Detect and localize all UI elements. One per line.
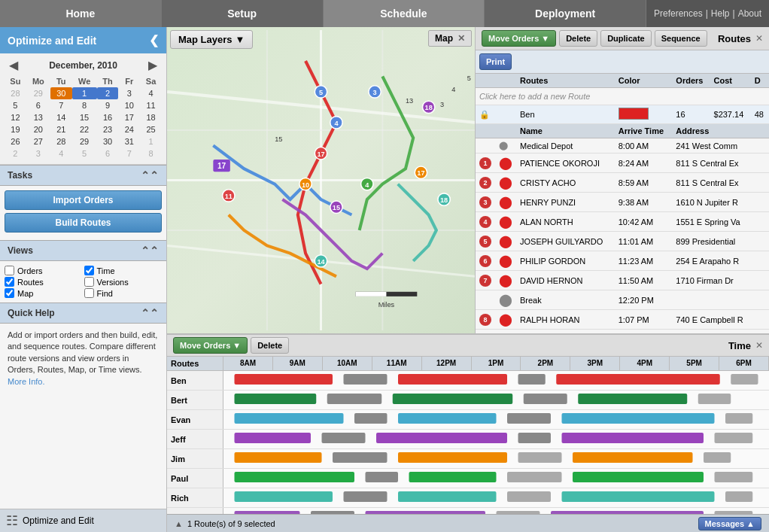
cal-day[interactable]: 28 xyxy=(50,135,72,147)
sidebar-collapse-btn[interactable]: ❮ xyxy=(149,33,159,47)
cal-day[interactable]: 10 xyxy=(118,99,140,111)
cal-day[interactable]: 6 xyxy=(26,99,50,111)
cal-day[interactable]: 29 xyxy=(26,87,50,99)
sidebar-bottom-bar[interactable]: ☷ Optimize and Edit xyxy=(0,509,166,532)
cal-day[interactable]: 31 xyxy=(118,135,140,147)
cal-day[interactable]: 5 xyxy=(5,99,26,111)
cal-day[interactable]: 4 xyxy=(50,147,72,160)
order-row-6[interactable]: 6 ⬤ PHILIP GORDON 11:23 AM 254 E Arapaho… xyxy=(476,251,769,271)
cal-day[interactable]: 14 xyxy=(50,111,72,123)
cal-day[interactable]: 15 xyxy=(72,111,97,123)
tab-setup[interactable]: Setup xyxy=(162,0,324,27)
order-row-2[interactable]: 2 ⬤ CRISTY ACHO 8:59 AM 811 S Central Ex xyxy=(476,173,769,193)
cal-day[interactable]: 20 xyxy=(26,123,50,135)
cal-day[interactable]: 5 xyxy=(72,147,97,160)
about-link[interactable]: About xyxy=(738,8,761,19)
order-depot-row[interactable]: ⬤ Medical Depot 8:00 AM 241 West Comm xyxy=(476,138,769,154)
cal-day[interactable]: 6 xyxy=(97,147,119,160)
cal-day[interactable]: 23 xyxy=(97,123,119,135)
tab-schedule[interactable]: Schedule xyxy=(324,0,485,27)
map-layers-button[interactable]: Map Layers ▼ xyxy=(170,30,253,49)
routes-title: Routes xyxy=(718,33,751,44)
calendar-prev-btn[interactable]: ◀ xyxy=(5,58,23,72)
view-time: Time xyxy=(84,266,163,275)
build-routes-button[interactable]: Build Routes xyxy=(5,213,162,233)
order-row-3[interactable]: 3 ⬤ HENRY PUNZI 9:38 AM 1610 N Jupiter R xyxy=(476,193,769,212)
views-section-header[interactable]: Views ⌃⌃ xyxy=(0,240,166,261)
calendar-next-btn[interactable]: ▶ xyxy=(144,58,162,72)
order-break-row[interactable]: ⬤ Break 12:20 PM xyxy=(476,290,769,310)
cal-day[interactable]: 27 xyxy=(26,135,50,147)
svg-text:5: 5 xyxy=(319,89,323,96)
cal-day[interactable]: 9 xyxy=(97,99,119,111)
cal-day-today[interactable]: 30 xyxy=(50,87,72,99)
view-map-checkbox[interactable] xyxy=(5,288,14,298)
sequence-button[interactable]: Sequence xyxy=(655,30,707,47)
cal-day[interactable]: 4 xyxy=(140,87,162,99)
quickhelp-section-header[interactable]: Quick Help ⌃⌃ xyxy=(0,302,166,324)
cal-day[interactable]: 7 xyxy=(50,99,72,111)
cal-day[interactable]: 26 xyxy=(5,135,26,147)
cal-day[interactable]: 13 xyxy=(26,111,50,123)
routes-close-btn[interactable]: ✕ xyxy=(755,33,763,44)
cal-day[interactable]: 21 xyxy=(50,123,72,135)
cal-day[interactable]: 7 xyxy=(118,147,140,160)
svg-rect-52 xyxy=(578,394,687,404)
route-ben-row[interactable]: 🔒 Ben 16 $237.14 48 xyxy=(476,105,769,124)
view-routes-checkbox[interactable] xyxy=(5,277,14,287)
cal-day[interactable]: 1 xyxy=(140,135,162,147)
view-find-checkbox[interactable] xyxy=(84,288,94,298)
cal-day[interactable]: 3 xyxy=(26,147,50,160)
cal-day[interactable]: 24 xyxy=(118,123,140,135)
cal-day[interactable]: 11 xyxy=(140,99,162,111)
duplicate-button[interactable]: Duplicate xyxy=(600,30,652,47)
view-versions-checkbox[interactable] xyxy=(84,277,94,287)
print-button[interactable]: Print xyxy=(479,53,512,70)
help-link[interactable]: Help xyxy=(711,8,730,19)
add-route-row[interactable]: Click here to add a new Route xyxy=(476,88,769,105)
cal-day[interactable]: 3 xyxy=(118,87,140,99)
order-row-1[interactable]: 1 ⬤ PATIENCE OKOROJI 8:24 AM 811 S Centr… xyxy=(476,154,769,173)
time-close-btn[interactable]: ✕ xyxy=(755,340,763,351)
move-orders-button[interactable]: Move Orders ▼ xyxy=(482,30,556,47)
cal-day[interactable]: 30 xyxy=(97,135,119,147)
cal-day[interactable]: 19 xyxy=(5,123,26,135)
time-move-orders-button[interactable]: Move Orders ▼ xyxy=(173,337,248,354)
preferences-link[interactable]: Preferences xyxy=(654,8,703,19)
svg-rect-53 xyxy=(698,394,731,404)
cal-day[interactable]: 8 xyxy=(72,99,97,111)
tasks-section-header[interactable]: Tasks ⌃⌃ xyxy=(0,165,166,186)
order-row-8[interactable]: 8 ⬤ RALPH HORAN 1:07 PM 740 E Campbell R xyxy=(476,310,769,330)
cal-day-selected[interactable]: 2 xyxy=(97,87,119,99)
cal-day-selected[interactable]: 1 xyxy=(72,87,97,99)
delete-button[interactable]: Delete xyxy=(559,30,597,47)
expand-icon[interactable]: ▲ xyxy=(175,519,183,528)
map-close-btn[interactable]: ✕ xyxy=(457,33,465,44)
cal-day[interactable]: 8 xyxy=(140,147,162,160)
cal-day[interactable]: 22 xyxy=(72,123,97,135)
cal-day[interactable]: 29 xyxy=(72,135,97,147)
svg-rect-42 xyxy=(235,374,333,385)
time-bars-svg-ben xyxy=(223,371,769,390)
import-orders-button[interactable]: Import Orders xyxy=(5,190,162,210)
top-nav-links: Preferences | Help | About xyxy=(646,0,769,27)
cal-day[interactable]: 18 xyxy=(140,111,162,123)
quickhelp-more-info-link[interactable]: More Info. xyxy=(8,377,45,386)
tab-home[interactable]: Home xyxy=(0,0,162,27)
view-orders: Orders xyxy=(5,266,83,275)
cal-day[interactable]: 25 xyxy=(140,123,162,135)
cal-day[interactable]: 2 xyxy=(5,147,26,160)
cal-day[interactable]: 17 xyxy=(118,111,140,123)
order-row-5[interactable]: 5 ⬤ JOSEPH GUILYARDO 11:01 AM 899 Presid… xyxy=(476,232,769,251)
cal-day[interactable]: 12 xyxy=(5,111,26,123)
cal-day[interactable]: 28 xyxy=(5,87,26,99)
order-row-4[interactable]: 4 ⬤ ALAN NORTH 10:42 AM 1551 E Spring Va xyxy=(476,212,769,232)
view-time-checkbox[interactable] xyxy=(84,266,94,275)
tab-deployment[interactable]: Deployment xyxy=(485,0,646,27)
messages-button[interactable]: Messages ▲ xyxy=(698,517,761,530)
cal-day[interactable]: 16 xyxy=(97,111,119,123)
view-orders-checkbox[interactable] xyxy=(5,266,14,275)
svg-rect-64 xyxy=(562,433,704,443)
order-row-7[interactable]: 7 ⬤ DAVID HERNON 11:50 AM 1710 Firman Dr xyxy=(476,271,769,290)
time-delete-button[interactable]: Delete xyxy=(251,337,289,354)
